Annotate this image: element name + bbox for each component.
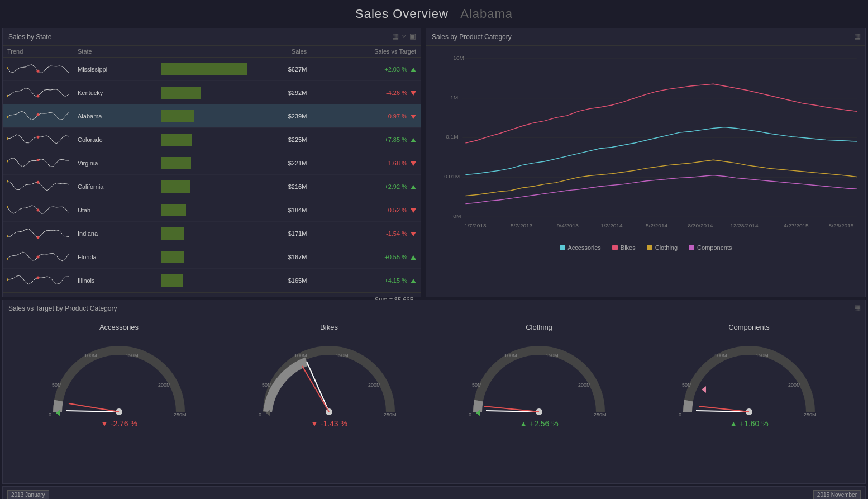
svg-text:5/7/2013: 5/7/2013 [511,222,532,229]
svg-text:1M: 1M [450,94,458,101]
table-row[interactable]: Utah$184M-0.52 % [3,198,421,222]
table-row[interactable]: Florida$167M+0.55 % [3,245,421,269]
svg-text:250M: 250M [384,412,397,417]
table-row[interactable]: Virginia$221M-1.68 % [3,151,421,175]
svg-text:150M: 150M [126,353,139,358]
sparkline-svg [7,154,69,170]
state-name-cell: Illinois [73,269,156,292]
svg-text:250M: 250M [594,412,607,417]
svg-text:50M: 50M [682,382,692,388]
svg-text:9/4/2013: 9/4/2013 [557,222,579,229]
gauge-components: Components 0 50M 100M 150M 200M 250M ▲ +… [654,323,844,428]
gauge-accessories-svg: 0 50M 100M 150M 200M 250M [41,334,197,423]
state-name-cell: Kentucky [73,81,156,104]
legend-dot-accessories [560,245,565,250]
svg-text:50M: 50M [52,382,62,388]
trend-cell [3,151,73,175]
state-table-container: Trend State Sales Sales vs Target Missis… [3,46,421,292]
svg-point-4 [37,113,40,116]
svg-text:0.1M: 0.1M [446,134,458,140]
svg-text:5/2/2014: 5/2/2014 [646,222,668,229]
copy-icon[interactable]: ▦ [392,32,399,40]
line-chart-area: 10M 1M 0.1M 0.01M 0M 1/7/2013 [426,46,865,242]
panel-icons[interactable]: ▦ ▿ ▣ [392,32,416,40]
svg-point-10 [37,181,40,184]
bottom-panel-icons[interactable]: ▦ [854,303,861,312]
gauge-clothing-title: Clothing [444,323,634,331]
gauge-accessories-title: Accessories [24,323,214,331]
gauge-clothing: Clothing 0 50M 100M 150M 200M 250M ▲ +2.… [444,323,634,428]
timeline-panel: 2013 January 2015 November 2013 January2… [2,486,866,499]
sales-by-state-panel: Sales by State ▦ ▿ ▣ Trend State Sales S… [2,28,421,297]
svg-point-2 [37,94,40,97]
state-name-cell: Virginia [73,151,156,175]
svg-text:0M: 0M [453,213,461,219]
sales-value-cell: $216M [252,175,312,198]
svg-point-19 [7,278,8,281]
grid-icon[interactable]: ▣ [409,32,416,40]
svg-line-57 [302,366,329,412]
svg-text:50M: 50M [262,382,272,388]
svg-text:12/28/2014: 12/28/2014 [730,222,759,229]
vs-target-cell: +4.15 % [311,269,421,292]
state-table: Trend State Sales Sales vs Target Missis… [3,46,421,292]
state-name-cell: Indiana [73,222,156,245]
sales-vs-target-panel: Sales vs Target by Product Category ▦ Ac… [2,300,866,484]
table-row[interactable]: Illinois$165M+4.15 % [3,269,421,292]
filter-icon[interactable]: ▿ [402,32,406,40]
bar-cell [156,269,252,292]
svg-point-6 [37,136,40,139]
table-row[interactable]: Indiana$171M-1.54 % [3,222,421,245]
timeline-chart [3,497,865,499]
vs-target-cell: +2.92 % [311,175,421,198]
gauge-bikes-svg: 0 50M 100M 150M 200M 250M [251,334,407,423]
svg-text:0: 0 [49,412,51,417]
table-row[interactable]: Colorado$225M+7.85 % [3,128,421,151]
svg-text:1/7/2013: 1/7/2013 [464,222,486,229]
gauges-row: Accessories 0 50M 100M 150M 200M 250M [3,317,865,428]
state-name-cell: Alabama [73,104,156,128]
vs-target-cell: -1.54 % [311,222,421,245]
table-row[interactable]: Alabama$239M-0.97 % [3,104,421,128]
svg-text:250M: 250M [174,412,187,417]
bar-cell [156,128,252,151]
gauge-accessories: Accessories 0 50M 100M 150M 200M 250M [24,323,214,428]
sparkline-svg [7,131,69,146]
sales-value-cell: $292M [252,81,312,104]
legend-dot-bikes [612,245,618,250]
sparkline-svg [7,84,69,99]
vs-target-cell: +2.03 % [311,58,421,81]
state-name-cell: Mississippi [73,58,156,81]
sales-by-state-title: Sales by State [3,28,421,46]
trend-cell [3,128,73,151]
sparkline-svg [7,201,69,217]
state-name-cell: Utah [73,198,156,222]
vs-target-cell: +0.55 % [311,245,421,269]
table-row[interactable]: California$216M+2.92 % [3,175,421,198]
sales-value-cell: $627M [252,58,312,81]
table-row[interactable]: Mississippi$627M+2.03 % [3,58,421,81]
category-panel-icons[interactable]: ▦ [854,32,861,40]
trend-cell [3,175,73,198]
table-row[interactable]: Kentucky$292M-4.26 % [3,81,421,104]
svg-point-7 [7,137,8,140]
bar-cell [156,198,252,222]
sparkline-svg [7,248,69,264]
svg-text:4/27/2015: 4/27/2015 [784,222,809,229]
table-header-row: Trend State Sales Sales vs Target [3,46,421,58]
svg-text:10M: 10M [453,55,464,61]
sales-value-cell: $167M [252,245,312,269]
sales-value-cell: $221M [252,151,312,175]
svg-text:100M: 100M [294,353,307,358]
legend-dot-components [689,245,694,250]
sales-by-category-panel: Sales by Product Category ▦ 10M 1M 0.1M … [426,28,866,297]
trend-cell [3,81,73,104]
copy-icon-3[interactable]: ▦ [854,303,861,312]
svg-text:200M: 200M [158,382,171,388]
copy-icon-2[interactable]: ▦ [854,32,861,40]
vs-target-cell: -4.26 % [311,81,421,104]
vs-target-cell: -0.52 % [311,198,421,222]
svg-point-14 [37,236,40,239]
svg-point-11 [7,180,8,183]
sparkline-svg [7,272,69,287]
